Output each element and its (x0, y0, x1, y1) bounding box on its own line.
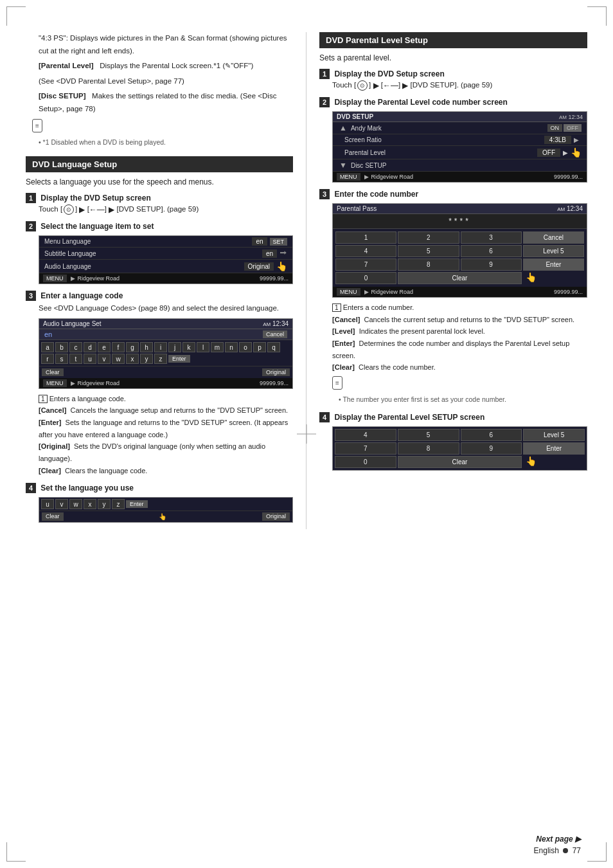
right-s3-level-label: [Level] (332, 327, 355, 335)
keypad-nav-menu[interactable]: MENU (337, 288, 360, 296)
alpha-w[interactable]: w (112, 354, 125, 364)
dvd-ratio-fwd-arrow[interactable]: ▶ (574, 136, 579, 143)
dvd-parental-fwd[interactable]: ▶ (563, 149, 568, 156)
mini-keypad-8[interactable]: 8 (398, 442, 459, 455)
mini-alpha-u[interactable]: u (41, 499, 54, 509)
mini-clear-btn[interactable]: Clear (42, 512, 64, 521)
lang-menu-val: en (252, 237, 267, 246)
left-step-2-num: 2 (26, 221, 36, 231)
left-s3-enter-desc: Sets the language and returns to the "DV… (39, 419, 288, 439)
alpha-n[interactable]: n (225, 342, 238, 352)
left-step-3: 3 Enter a language code See <DVD Languag… (26, 291, 293, 476)
alpha-b[interactable]: b (55, 342, 68, 352)
keypad-9[interactable]: 9 (461, 258, 522, 271)
code-screen-title: Audio Language Set (43, 320, 102, 327)
mini-keypad-9[interactable]: 9 (461, 442, 522, 455)
keypad-enter[interactable]: Enter (523, 258, 584, 271)
alpha-x[interactable]: x (126, 354, 139, 364)
dvd-parental-level-label: Parental Level (338, 149, 537, 156)
keypad-8[interactable]: 8 (398, 258, 459, 271)
alpha-t[interactable]: t (69, 354, 82, 364)
code-cancel-btn[interactable]: Cancel (263, 330, 287, 338)
lang-nav-menu[interactable]: MENU (43, 275, 67, 282)
mini-alpha-y[interactable]: y (98, 499, 111, 509)
alpha-g[interactable]: g (126, 342, 139, 352)
mini-keypad-clear[interactable]: Clear (398, 456, 522, 468)
keypad-5[interactable]: 5 (398, 245, 459, 257)
keypad-level[interactable]: Level 5 (523, 245, 584, 257)
alpha-v[interactable]: v (98, 354, 111, 364)
left-s3-original-label: [Original] (39, 442, 70, 450)
keypad-4[interactable]: 4 (335, 245, 396, 257)
alpha-p[interactable]: p (253, 342, 266, 352)
alpha-a[interactable]: a (41, 342, 54, 352)
keypad-cancel[interactable]: Cancel (523, 231, 584, 244)
mini-keypad-0[interactable]: 0 (335, 456, 396, 468)
mini-alpha-w[interactable]: w (69, 499, 82, 509)
alpha-q[interactable]: q (267, 342, 280, 352)
alpha-enter-btn[interactable]: Enter (168, 355, 190, 363)
alpha-i[interactable]: i (154, 342, 167, 352)
keypad-2[interactable]: 2 (398, 231, 459, 244)
right-step-1-title: Display the DVD Setup screen (334, 69, 444, 78)
keypad-clear[interactable]: Clear (398, 272, 521, 284)
mini-original-btn[interactable]: Original (262, 512, 290, 521)
alpha-e[interactable]: e (98, 342, 111, 352)
dvd-language-setup-title: DVD Language Setup (32, 159, 117, 169)
keypad-1[interactable]: 1 (335, 231, 396, 244)
dvd-setup-nav-menu[interactable]: MENU (337, 173, 360, 181)
dvd-off-btn[interactable]: OFF (564, 124, 582, 132)
dvd-up-arrow[interactable]: ▲ (338, 123, 348, 132)
keypad-0[interactable]: 0 (335, 272, 396, 284)
mini-keypad-level[interactable]: Level 5 (523, 429, 585, 441)
page-number: English 77 (534, 846, 581, 855)
alpha-nav-menu[interactable]: MENU (43, 379, 67, 387)
parental-level-label: [Parental Level] (39, 62, 94, 69)
mini-keypad-6[interactable]: 6 (461, 429, 522, 441)
left-step-4: 4 Set the language you use u v w x y z E… (26, 483, 293, 523)
touch-symbol-1[interactable]: ⊙ (64, 204, 74, 215)
mini-keypad-7[interactable]: 7 (335, 442, 396, 455)
alpha-f[interactable]: f (112, 342, 125, 352)
alpha-k[interactable]: k (182, 342, 195, 352)
alpha-u[interactable]: u (84, 354, 96, 364)
mini-enter-btn[interactable]: Enter (126, 500, 148, 508)
right-touch-symbol-1[interactable]: ⊙ (357, 80, 368, 91)
keypad-7[interactable]: 7 (335, 258, 396, 271)
dvd-parental-level-row: Parental Level OFF ▶ 👆 (333, 146, 587, 159)
lang-set-btn[interactable]: SET (270, 238, 288, 246)
right-s3-level-note: [Level] Indicates the present parental l… (332, 325, 587, 338)
parental-level-see: (See <DVD Parental Level Setup>, page 77… (39, 77, 184, 85)
mini-alpha-v[interactable]: v (55, 499, 68, 509)
mini-keypad-4[interactable]: 4 (335, 429, 396, 441)
alpha-d[interactable]: d (84, 342, 96, 352)
lang-subtitle-label: Subtitle Language (44, 250, 262, 257)
mini-alpha-x[interactable]: x (84, 499, 96, 509)
keypad-time: AM 12:34 (557, 205, 583, 212)
alpha-l[interactable]: l (197, 342, 209, 352)
alpha-y[interactable]: y (140, 354, 153, 364)
keypad-6[interactable]: 6 (461, 245, 522, 257)
alpha-grid: a b c d e f g h i j k l m n o (39, 340, 292, 366)
alpha-clear-btn[interactable]: Clear (42, 368, 64, 376)
right-s3-num-badge: 1 (332, 303, 341, 312)
mini-keypad-enter[interactable]: Enter (523, 442, 585, 455)
corner-br (587, 842, 607, 862)
alpha-j[interactable]: j (168, 342, 181, 352)
keypad-3[interactable]: 3 (461, 231, 522, 244)
alpha-s[interactable]: s (55, 354, 68, 364)
right-step-3-title: Enter the code number (334, 190, 418, 199)
alpha-original-btn[interactable]: Original (262, 368, 290, 376)
alpha-h[interactable]: h (140, 342, 153, 352)
alpha-c[interactable]: c (69, 342, 82, 352)
right-s3-num-desc: Enters a code number. (343, 303, 414, 311)
dvd-down-arrow[interactable]: ▼ (338, 161, 348, 170)
alpha-m[interactable]: m (211, 342, 224, 352)
mini-keypad-5[interactable]: 5 (398, 429, 459, 441)
alpha-r[interactable]: r (41, 354, 54, 364)
alpha-o[interactable]: o (239, 342, 252, 352)
alpha-z[interactable]: z (154, 354, 167, 364)
mini-alpha-z[interactable]: z (112, 499, 125, 509)
dvd-on-btn[interactable]: ON (547, 124, 563, 132)
corner-tr (587, 6, 607, 26)
